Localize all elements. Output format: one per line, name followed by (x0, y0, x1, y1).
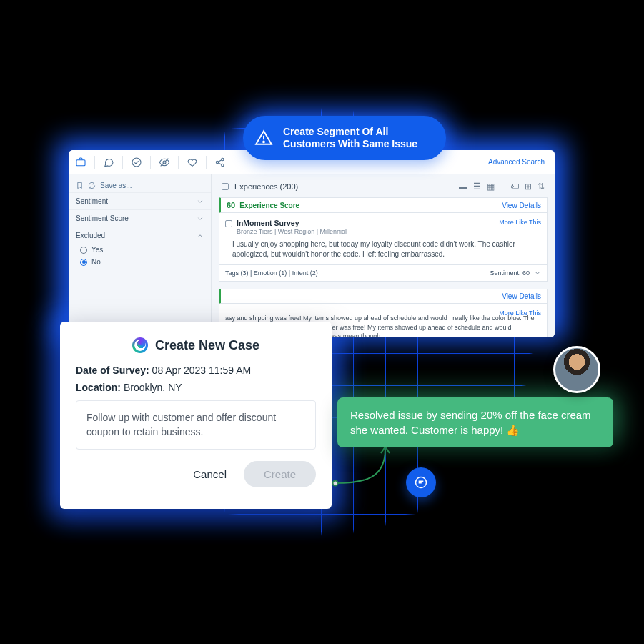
save-as-link[interactable]: Save as... (100, 182, 132, 189)
experiences-title: Experiences (200) (234, 182, 298, 191)
briefcase-icon[interactable] (74, 156, 87, 169)
experience-score-row: View Details (219, 289, 548, 304)
experiences-header: Experiences (200) ▬ ☰ ▦ 🏷 ⊞ ⇅ (219, 180, 548, 193)
experience-score-row: 60Experience Score View Details (219, 197, 548, 213)
excluded-option-yes[interactable]: Yes (69, 244, 211, 256)
svg-rect-5 (76, 159, 85, 165)
alert-triangle-icon (254, 129, 273, 147)
svg-point-15 (263, 142, 264, 143)
more-like-this-link[interactable]: More Like This (499, 219, 541, 226)
sidebar-section-sentiment-score[interactable]: Sentiment Score (69, 209, 211, 227)
comment-icon[interactable] (102, 156, 115, 169)
date-label: Date of Survey: (76, 365, 149, 376)
eye-off-icon[interactable] (158, 156, 171, 169)
chevron-down-icon (197, 215, 204, 222)
card-tags: Tags (3) | Emotion (1) | Intent (2) (225, 269, 318, 277)
card-title: InMoment Survey (237, 219, 299, 227)
experience-score-label: Experience Score (239, 202, 299, 209)
excluded-option-no[interactable]: No (69, 256, 211, 268)
experience-score-value: 60 (227, 201, 235, 209)
refresh-icon[interactable] (88, 182, 96, 189)
avatar (553, 346, 600, 393)
advanced-search-link[interactable]: Advanced Search (488, 158, 549, 166)
create-button[interactable]: Create (244, 461, 316, 487)
view-list-icon[interactable]: ☰ (473, 182, 481, 192)
card-body: I usually enjoy shopping here, but today… (225, 239, 541, 259)
share-icon[interactable] (214, 156, 227, 169)
chevron-down-icon[interactable] (534, 269, 541, 277)
location-label: Location: (76, 382, 121, 393)
card-subtitle: Bronze Tiers | West Region | Millennial (225, 228, 541, 235)
svg-point-6 (132, 158, 141, 167)
brand-logo-icon (132, 337, 148, 353)
sidebar-section-sentiment[interactable]: Sentiment (69, 192, 211, 209)
card-checkbox[interactable] (225, 220, 232, 227)
tag-icon[interactable]: 🏷 (510, 182, 519, 192)
resolution-bubble: Resolved issue by sending 20% off the fa… (337, 397, 613, 447)
chevron-up-icon (197, 232, 204, 239)
experience-card: More Like This InMoment Survey Bronze Ti… (219, 213, 548, 265)
grid2-icon[interactable]: ⊞ (525, 182, 532, 192)
bookmark-icon[interactable] (76, 182, 84, 189)
view-details-link[interactable]: View Details (502, 292, 541, 300)
main-panel: Experiences (200) ▬ ☰ ▦ 🏷 ⊞ ⇅ 60Experien… (212, 174, 555, 337)
chat-button[interactable] (406, 467, 436, 497)
svg-line-12 (218, 159, 222, 162)
heart-icon[interactable] (186, 156, 199, 169)
resolution-text: Resolved issue by sending 20% off the fa… (350, 409, 591, 436)
experience-card-footer: Tags (3) | Emotion (1) | Intent (2) Sent… (219, 265, 548, 282)
cancel-button[interactable]: Cancel (186, 462, 234, 486)
svg-point-16 (416, 477, 427, 488)
chevron-down-icon (197, 198, 204, 205)
chat-icon (414, 475, 428, 490)
date-value: 08 Apr 2023 11:59 AM (152, 365, 252, 376)
create-case-modal: Create New Case Date of Survey: 08 Apr 2… (60, 322, 332, 509)
sidebar: Save as... Sentiment Sentiment Score Exc… (69, 174, 212, 337)
svg-line-13 (218, 162, 222, 164)
card-sentiment: Sentiment: 60 (490, 269, 530, 277)
location-value: Brooklyn, NY (124, 382, 182, 393)
view-compact-icon[interactable]: ▬ (459, 182, 467, 192)
check-circle-icon[interactable] (130, 156, 143, 169)
segment-callout: Create Segment Of All Customers With Sam… (243, 116, 446, 160)
app-window: Advanced Search Save as... Sentiment Sen… (69, 150, 555, 337)
case-note-input[interactable]: Follow up with customer and offer discou… (76, 400, 316, 450)
view-grid-icon[interactable]: ▦ (487, 182, 495, 192)
select-all-checkbox[interactable] (222, 183, 229, 190)
segment-callout-text: Create Segment Of All Customers With Sam… (283, 126, 430, 151)
view-details-link[interactable]: View Details (502, 202, 541, 209)
sidebar-section-excluded[interactable]: Excluded (69, 227, 211, 244)
more-like-this-link[interactable]: More Like This (499, 309, 541, 317)
modal-title: Create New Case (155, 338, 259, 353)
sort-icon[interactable]: ⇅ (538, 182, 545, 192)
